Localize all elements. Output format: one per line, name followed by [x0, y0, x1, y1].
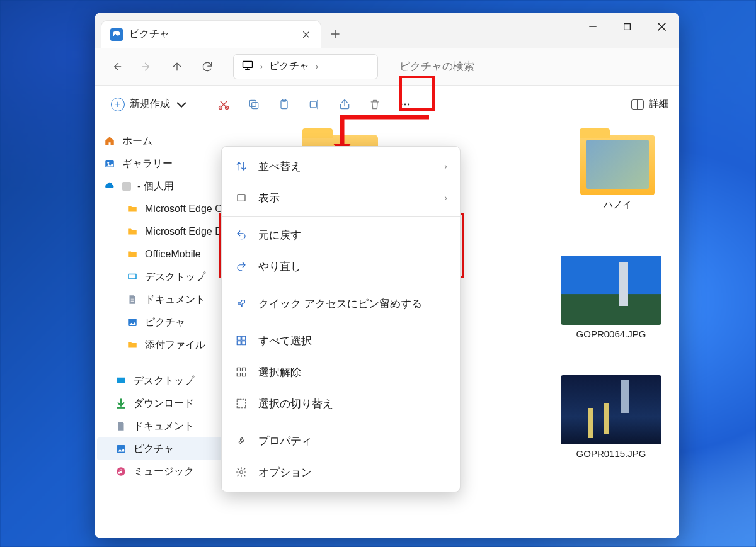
back-button[interactable]: [103, 54, 130, 79]
svg-rect-15: [129, 274, 136, 278]
svg-rect-22: [242, 336, 246, 340]
divider: [222, 285, 460, 285]
window-controls: [575, 13, 679, 40]
cut-button[interactable]: [210, 92, 238, 117]
label: 選択解除: [258, 365, 301, 380]
forward-button[interactable]: [134, 54, 160, 79]
wrench-icon: [234, 435, 248, 446]
label: デスクトップ: [134, 375, 194, 388]
chevron-right-icon: ›: [260, 62, 263, 71]
menu-invert-selection[interactable]: 選択の切り替え: [222, 388, 460, 419]
minimize-button[interactable]: [575, 13, 610, 40]
this-pc-icon: [241, 59, 254, 74]
svg-rect-25: [237, 368, 240, 371]
pictures-icon: [110, 28, 123, 41]
pin-icon: [234, 298, 248, 309]
svg-rect-8: [310, 101, 316, 108]
svg-rect-23: [237, 341, 241, 345]
more-button[interactable]: [391, 92, 419, 117]
svg-rect-17: [117, 378, 125, 383]
chevron-down-icon: [175, 98, 188, 111]
svg-point-30: [240, 471, 243, 474]
image-thumbnail: [561, 256, 662, 325]
menu-properties[interactable]: プロパティ: [222, 425, 460, 456]
folder-item-hanoi[interactable]: ハノイ: [567, 135, 668, 211]
label: クイック アクセスにピン留めする: [258, 296, 422, 311]
menu-select-all[interactable]: すべて選択: [222, 325, 460, 356]
new-tab-button[interactable]: [321, 20, 349, 48]
document-icon: [126, 293, 139, 306]
svg-rect-1: [243, 61, 253, 67]
svg-rect-5: [249, 100, 256, 106]
search-box[interactable]: [392, 54, 670, 79]
tab-pictures[interactable]: ピクチャ: [101, 20, 321, 48]
svg-rect-24: [242, 341, 246, 345]
view-details-button[interactable]: 詳細: [631, 98, 669, 111]
share-button[interactable]: [331, 92, 358, 117]
up-button[interactable]: [164, 54, 190, 79]
image-item-1[interactable]: GOPR0064.JPG: [561, 256, 662, 339]
details-view-icon: [631, 99, 644, 110]
home-icon: [103, 135, 116, 147]
svg-rect-27: [237, 373, 240, 376]
close-tab-icon[interactable]: [301, 29, 312, 40]
label: - 個人用: [137, 180, 174, 193]
desktop-icon: [115, 375, 127, 387]
folder-icon: [126, 203, 139, 215]
divider: [222, 422, 460, 422]
svg-rect-20: [238, 195, 245, 201]
close-window-button[interactable]: [644, 13, 679, 40]
svg-point-13: [107, 162, 109, 164]
rename-button[interactable]: [301, 92, 328, 117]
invert-icon: [234, 398, 248, 409]
image-item-2[interactable]: GOPR0115.JPG: [561, 375, 662, 459]
refresh-button[interactable]: [194, 54, 220, 79]
menu-redo[interactable]: やり直し: [222, 251, 460, 282]
undo-icon: [234, 229, 248, 240]
svg-rect-28: [243, 373, 246, 376]
maximize-button[interactable]: [610, 13, 644, 40]
menu-options[interactable]: オプション: [222, 456, 460, 488]
menu-deselect[interactable]: 選択解除: [222, 356, 460, 388]
address-segment[interactable]: ピクチャ: [269, 60, 309, 73]
item-label: GOPR0115.JPG: [576, 448, 646, 459]
svg-rect-4: [252, 102, 258, 108]
label: ダウンロード: [134, 397, 194, 410]
menu-view[interactable]: 表示 ›: [222, 182, 460, 213]
menu-pin[interactable]: クイック アクセスにピン留めする: [222, 288, 460, 319]
divider: [202, 96, 202, 113]
copy-button[interactable]: [240, 92, 268, 117]
svg-rect-29: [237, 399, 246, 408]
address-bar[interactable]: › ピクチャ ›: [233, 54, 378, 79]
svg-point-9: [401, 103, 403, 105]
label: ドキュメント: [145, 293, 205, 307]
label: OfficeMobile: [145, 249, 201, 260]
label: ギャラリー: [122, 157, 173, 171]
divider: [222, 322, 460, 322]
delete-button[interactable]: [361, 92, 389, 117]
details-label: 詳細: [649, 98, 669, 111]
chevron-right-icon: ›: [316, 62, 318, 71]
paste-button[interactable]: [270, 92, 298, 117]
view-icon: [234, 192, 248, 203]
gallery-icon: [103, 157, 116, 170]
pictures-icon: [115, 443, 127, 455]
svg-point-10: [404, 103, 406, 105]
onedrive-icon: [103, 180, 116, 193]
titlebar: ピクチャ: [94, 13, 679, 48]
search-input[interactable]: [399, 60, 663, 73]
folder-icon: [126, 248, 139, 261]
menu-sort[interactable]: 並べ替え ›: [222, 150, 460, 182]
label: ピクチャ: [145, 316, 185, 329]
label: 並べ替え: [258, 159, 301, 174]
label: オプション: [258, 465, 312, 480]
folder-icon: [126, 225, 139, 238]
deselect-icon: [234, 366, 248, 378]
tab-title: ピクチャ: [129, 28, 294, 41]
item-label: ハノイ: [604, 199, 632, 211]
menu-undo[interactable]: 元に戻す: [222, 219, 460, 251]
nav-toolbar: › ピクチャ ›: [94, 48, 679, 86]
new-button[interactable]: + 新規作成: [105, 92, 194, 117]
label: ミュージック: [134, 465, 194, 478]
more-dropdown-menu: 並べ替え › 表示 › 元に戻す やり直し クイック アクセスにピン留めする す…: [221, 146, 461, 492]
